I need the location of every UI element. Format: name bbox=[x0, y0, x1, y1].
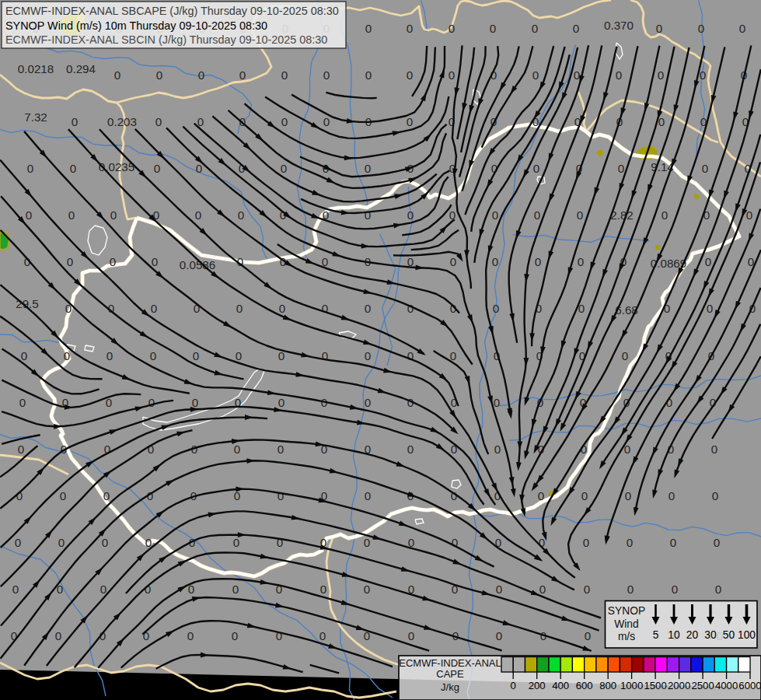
svg-text:0.0235: 0.0235 bbox=[99, 160, 134, 173]
svg-text:0: 0 bbox=[278, 443, 284, 456]
svg-text:0: 0 bbox=[492, 255, 498, 268]
svg-text:0: 0 bbox=[658, 68, 664, 82]
svg-text:1000: 1000 bbox=[620, 680, 643, 691]
svg-text:0: 0 bbox=[151, 302, 157, 315]
svg-text:0: 0 bbox=[407, 22, 413, 35]
svg-text:0: 0 bbox=[279, 302, 285, 315]
svg-text:400: 400 bbox=[552, 680, 569, 691]
svg-text:0: 0 bbox=[238, 208, 244, 222]
svg-text:0: 0 bbox=[407, 302, 414, 315]
svg-text:4000: 4000 bbox=[715, 680, 738, 691]
svg-text:CAPE: CAPE bbox=[436, 668, 464, 680]
svg-text:2000: 2000 bbox=[668, 680, 690, 691]
svg-text:0: 0 bbox=[668, 489, 675, 502]
svg-text:0: 0 bbox=[319, 629, 326, 642]
svg-text:0: 0 bbox=[407, 115, 413, 128]
svg-text:0: 0 bbox=[672, 583, 678, 596]
svg-text:0: 0 bbox=[573, 22, 579, 35]
svg-text:0: 0 bbox=[577, 208, 583, 222]
svg-text:0: 0 bbox=[584, 583, 590, 596]
svg-text:0: 0 bbox=[496, 583, 502, 596]
svg-text:0: 0 bbox=[155, 115, 162, 128]
svg-text:0: 0 bbox=[236, 302, 243, 315]
svg-text:0: 0 bbox=[711, 443, 717, 456]
svg-text:30: 30 bbox=[704, 629, 717, 641]
svg-text:0: 0 bbox=[365, 489, 371, 502]
svg-text:0: 0 bbox=[618, 162, 624, 175]
svg-text:50: 50 bbox=[723, 629, 735, 641]
svg-text:0: 0 bbox=[585, 629, 591, 642]
svg-text:ECMWF-INDEX-ANAL SBCAPE (J/kg): ECMWF-INDEX-ANAL SBCAPE (J/kg) Thursday … bbox=[5, 5, 339, 17]
svg-text:0: 0 bbox=[450, 255, 456, 268]
svg-text:0: 0 bbox=[627, 583, 634, 596]
svg-text:0: 0 bbox=[492, 208, 498, 222]
svg-text:0: 0 bbox=[535, 255, 541, 268]
svg-text:0: 0 bbox=[55, 629, 61, 642]
svg-text:0.294: 0.294 bbox=[66, 62, 96, 75]
svg-text:100: 100 bbox=[738, 629, 756, 641]
svg-text:0: 0 bbox=[364, 583, 370, 596]
svg-text:0: 0 bbox=[195, 208, 201, 222]
svg-text:0: 0 bbox=[407, 208, 414, 222]
svg-text:0: 0 bbox=[19, 396, 26, 409]
svg-text:Wind: Wind bbox=[614, 618, 638, 630]
svg-text:0: 0 bbox=[490, 22, 496, 35]
svg-text:J/kg: J/kg bbox=[441, 681, 459, 693]
svg-text:0: 0 bbox=[198, 68, 204, 82]
svg-text:0: 0 bbox=[192, 396, 198, 409]
svg-text:0: 0 bbox=[154, 162, 160, 175]
svg-text:2500: 2500 bbox=[691, 680, 714, 691]
svg-text:0: 0 bbox=[714, 536, 720, 549]
svg-text:0: 0 bbox=[365, 162, 371, 175]
svg-text:0: 0 bbox=[239, 68, 246, 82]
svg-text:0: 0 bbox=[27, 162, 33, 175]
svg-text:0.370: 0.370 bbox=[604, 19, 634, 32]
svg-text:0: 0 bbox=[26, 208, 32, 222]
svg-text:0: 0 bbox=[702, 162, 708, 175]
svg-text:0: 0 bbox=[152, 255, 158, 268]
svg-text:0: 0 bbox=[148, 396, 155, 409]
svg-text:0: 0 bbox=[494, 443, 501, 456]
svg-text:0: 0 bbox=[365, 22, 372, 35]
svg-text:0: 0 bbox=[232, 629, 238, 642]
svg-text:0: 0 bbox=[739, 22, 745, 35]
svg-text:0: 0 bbox=[323, 115, 330, 128]
svg-text:0: 0 bbox=[365, 68, 372, 82]
svg-text:0: 0 bbox=[365, 208, 371, 222]
svg-text:0: 0 bbox=[281, 115, 288, 128]
svg-text:0: 0 bbox=[449, 22, 455, 35]
svg-text:0: 0 bbox=[581, 489, 588, 502]
svg-text:0: 0 bbox=[102, 536, 108, 549]
svg-text:SYNOP Wind (m/s) 10m Thursday: SYNOP Wind (m/s) 10m Thursday 09-10-2025… bbox=[5, 19, 267, 32]
svg-text:0: 0 bbox=[60, 489, 66, 502]
svg-text:0: 0 bbox=[365, 302, 371, 315]
svg-text:0: 0 bbox=[627, 536, 633, 549]
svg-text:0.203: 0.203 bbox=[107, 115, 137, 128]
svg-text:0: 0 bbox=[323, 68, 330, 82]
svg-text:0: 0 bbox=[233, 536, 239, 549]
svg-text:ECMWF-INDEX-ANAL: ECMWF-INDEX-ANAL bbox=[399, 657, 501, 669]
svg-text:0: 0 bbox=[110, 208, 117, 222]
svg-text:600: 600 bbox=[576, 680, 593, 691]
svg-text:0: 0 bbox=[232, 583, 239, 596]
svg-text:0: 0 bbox=[622, 349, 628, 362]
svg-text:ECMWF-INDEX-ANAL SBCIN (J/kg): ECMWF-INDEX-ANAL SBCIN (J/kg) Thursday 0… bbox=[5, 33, 327, 46]
svg-text:0: 0 bbox=[365, 396, 371, 409]
svg-text:0: 0 bbox=[662, 208, 668, 222]
svg-text:0: 0 bbox=[320, 583, 326, 596]
svg-text:0: 0 bbox=[534, 208, 540, 222]
svg-text:800: 800 bbox=[599, 680, 616, 691]
svg-text:0: 0 bbox=[58, 536, 65, 549]
svg-text:0: 0 bbox=[72, 115, 78, 128]
svg-text:0: 0 bbox=[70, 162, 76, 175]
svg-text:0: 0 bbox=[150, 349, 156, 362]
svg-text:1500: 1500 bbox=[644, 680, 666, 691]
svg-text:0: 0 bbox=[670, 536, 676, 549]
svg-text:0: 0 bbox=[187, 629, 194, 642]
svg-text:0: 0 bbox=[196, 162, 202, 175]
svg-text:0: 0 bbox=[193, 349, 199, 362]
svg-text:7.32: 7.32 bbox=[24, 110, 47, 124]
svg-text:0: 0 bbox=[574, 68, 580, 82]
svg-text:0: 0 bbox=[707, 302, 713, 315]
svg-text:0.0218: 0.0218 bbox=[18, 62, 54, 75]
